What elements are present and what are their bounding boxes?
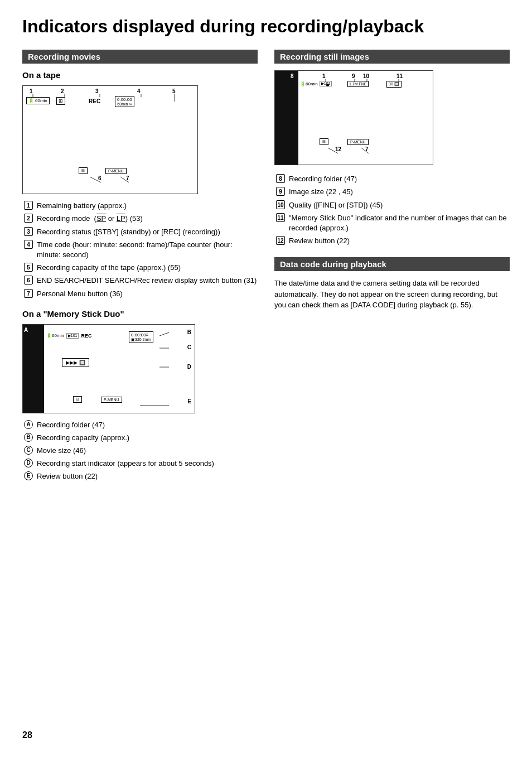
still-items-list: 8 Recording folder (47) 9 Image size (22… xyxy=(274,174,510,246)
still-dark-bar xyxy=(275,71,298,165)
mem-pmenu: P-MENU xyxy=(101,397,122,403)
mem-item-a: A Recording folder (47) xyxy=(22,420,258,430)
diag-num-7: 7 xyxy=(126,175,129,181)
diag-letter-d: D xyxy=(187,364,191,370)
diag-num-3: 3 xyxy=(95,88,99,94)
btn6-box: ⊟ xyxy=(79,167,88,174)
diag-letter-b: B xyxy=(187,329,191,335)
still-screen-wrapper: 8 1 9 10 11 🔋60min ▶101 1.1M FNE 30 🔲 12 xyxy=(274,70,510,165)
tape-item-4: 4 Time code (hour: minute: second: frame… xyxy=(22,240,258,260)
diag-still-num-8-pos: 8 xyxy=(291,73,294,79)
tape-item-1: 1 Remaining battery (approx.) xyxy=(22,201,258,211)
memory-items-list: A Recording folder (47) B Recording capa… xyxy=(22,420,258,482)
still-item-12: 12 Review button (22) xyxy=(274,236,510,246)
data-code-header: Data code during playback xyxy=(274,257,510,271)
recording-still-header: Recording still images xyxy=(274,50,510,64)
recording-movies-header: Recording movies xyxy=(22,50,258,64)
still-item-8: 8 Recording folder (47) xyxy=(274,174,510,184)
diag-letter-e: E xyxy=(187,398,191,404)
dark-left-bar xyxy=(23,325,44,413)
timecode-box: 0:00:00 60min ∞ xyxy=(115,96,134,107)
tape-screen-diagram: 1 2 3 4 5 🔋60min ⊞ REC 0:00:00 60min ∞ xyxy=(22,85,198,194)
tape-item-5: 5 Recording capacity of the tape (approx… xyxy=(22,263,258,273)
mem-btn-left: ⊟ xyxy=(73,396,82,403)
mem-ffwd: ▶▶▶ 🔲 xyxy=(62,358,89,367)
right-column: Recording still images 8 1 9 10 11 🔋60mi… xyxy=(274,50,510,491)
still-item-9: 9 Image size (22 , 45) xyxy=(274,187,510,197)
still-mem-box: 30 🔲 xyxy=(386,81,402,88)
diag-letter-c: C xyxy=(187,344,191,350)
tape-items-list: 1 Remaining battery (approx.) 2 Recordin… xyxy=(22,201,258,299)
diag-still-num-9: 9 xyxy=(352,73,355,79)
tape-item-2: 2 Recording mode (SP or LP) (53) xyxy=(22,214,258,224)
diag-letter-a-pos: A xyxy=(24,327,28,333)
diag-still-num-7: 7 xyxy=(365,146,369,152)
diag-still-num-1: 1 xyxy=(322,73,326,79)
mem-item-b: B Recording capacity (approx.) xyxy=(22,433,258,443)
mem-item-e: E Review button (22) xyxy=(22,471,258,481)
still-pmenu: P-MENU xyxy=(347,139,369,145)
diag-num-2: 2 xyxy=(61,88,64,94)
btn7-box: P-MENU xyxy=(105,168,127,174)
memory-screen-diagram: B C D E A 🔋60min ▶101 REC 0:00:00≡ ▣320 … xyxy=(22,324,195,413)
diag-still-num-11: 11 xyxy=(396,73,403,79)
still-item-10: 10 Quality ([FINE] or [STD]) (45) xyxy=(274,200,510,210)
svg-line-7 xyxy=(159,332,169,336)
tape-subsection-title: On a tape xyxy=(22,70,258,80)
left-column: Recording movies On a tape 1 2 3 4 5 🔋60… xyxy=(22,50,258,491)
diag-num-5: 5 xyxy=(172,88,176,94)
still-btn-review: ⊟ xyxy=(320,138,328,145)
page-title: Indicators displayed during recording/pl… xyxy=(22,17,510,36)
still-size-box: 1.1M FNE xyxy=(347,81,369,87)
still-item-11: 11 "Memory Stick Duo" indicator and the … xyxy=(274,213,510,233)
mem-timecode: 0:00:00≡ ▣320 2min xyxy=(129,331,153,343)
still-screen-diagram: 8 1 9 10 11 🔋60min ▶101 1.1M FNE 30 🔲 12 xyxy=(274,70,433,165)
memory-subsection-title: On a "Memory Stick Duo" xyxy=(22,309,258,319)
diag-num-1: 1 xyxy=(30,88,33,94)
page-number: 28 xyxy=(22,730,32,740)
diag-still-num-10: 10 xyxy=(363,73,369,79)
data-code-section: Data code during playback The date/time … xyxy=(274,257,510,311)
data-code-body: The date/time data and the camera settin… xyxy=(274,278,510,311)
mem-top-bar: 🔋60min ▶101 REC xyxy=(46,333,92,339)
tape-item-6: 6 END SEARCH/EDIT SEARCH/Rec review disp… xyxy=(22,276,258,286)
mem-item-d: D Recording start indicator (appears for… xyxy=(22,459,258,469)
rec-mode-box: ⊞ xyxy=(56,97,65,105)
battery-box: 🔋60min xyxy=(26,97,50,104)
rec-text: REC xyxy=(89,98,100,104)
diag-num-6: 6 xyxy=(98,175,101,181)
diag-num-4: 4 xyxy=(137,88,141,94)
tape-item-3: 3 Recording status ([STBY] (standby) or … xyxy=(22,227,258,237)
mem-item-c: C Movie size (46) xyxy=(22,446,258,456)
tape-item-7: 7 Personal Menu button (36) xyxy=(22,289,258,299)
diag-still-num-12: 12 xyxy=(335,146,341,152)
